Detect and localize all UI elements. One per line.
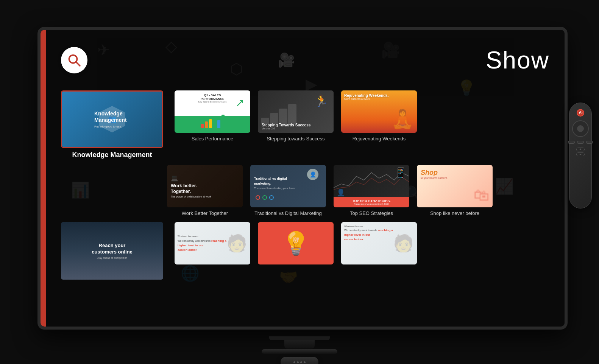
list-item[interactable]: Reach yourcustomers online Stay ahead of… bbox=[61, 222, 163, 280]
item-label-top-seo-strategies: Top SEO Strategies bbox=[350, 210, 393, 216]
search-button[interactable] bbox=[61, 47, 87, 73]
remote-btn[interactable] bbox=[586, 141, 593, 144]
person-icon: 👤 bbox=[337, 188, 345, 197]
seo-badge-sub: Future proof you content with SEO bbox=[337, 203, 406, 205]
remote-extra-buttons bbox=[568, 141, 593, 144]
steps-text: Stepping Towards Success Version 2.0 bbox=[262, 123, 310, 130]
thumbnail-stepping-towards-success[interactable]: 🏃 Stepping Towards Success Version 2.0 bbox=[258, 90, 334, 133]
content-grid: 👥 KnowledgeManagement Put info good to u… bbox=[46, 90, 565, 327]
remote-dpad-center[interactable] bbox=[577, 125, 584, 132]
thumbnail-shop[interactable]: Shop to your heart's content. 🛍 bbox=[417, 165, 493, 207]
career-person-icon-2: 🧑 bbox=[393, 233, 414, 253]
item-label-rejuvenating-weekends: Rejuvenating Weekends bbox=[353, 136, 406, 142]
item-label-work-better-together: Work Better Together bbox=[182, 210, 228, 216]
stb-dot bbox=[300, 361, 302, 363]
career-person-icon: 🧑 bbox=[226, 233, 247, 253]
list-item[interactable]: 🏃 Stepping Towards Success Version 2.0 S… bbox=[258, 90, 334, 142]
page-title: Show bbox=[486, 46, 549, 74]
svg-line-1 bbox=[76, 62, 80, 66]
arms-wide-person-icon: 🧘 bbox=[391, 109, 414, 130]
thumbnail-red-bulb[interactable]: 💡 bbox=[258, 222, 334, 264]
content-row-2: 💻 Work better.Together. The power of col… bbox=[167, 165, 553, 216]
seo-badge: TOP SEO STRATEGIES. Future proof you con… bbox=[334, 197, 409, 207]
item-label-sales-performance: Sales Performance bbox=[192, 136, 234, 142]
thumbnail-career-1[interactable]: 🧑 Whatever the case... We constantly wor… bbox=[175, 222, 250, 264]
thumbnail-rejuvenating-weekends[interactable]: Rejuvenating Weekends. More success at w… bbox=[341, 90, 417, 133]
list-item[interactable]: 📱 👤 TOP SEO STRATEGIES. Future proof you… bbox=[334, 165, 409, 216]
left-accent-bar bbox=[41, 30, 46, 327]
remote-volume-buttons: + − bbox=[576, 148, 585, 156]
reach-text: Reach yourcustomers online Stay ahead of… bbox=[61, 222, 163, 280]
search-icon bbox=[67, 53, 81, 67]
remote-btn[interactable] bbox=[577, 141, 584, 144]
item-label-stepping-towards-success: Stepping towards Success bbox=[267, 136, 324, 142]
remote-dpad[interactable] bbox=[572, 120, 589, 137]
item-label-knowledge-management: Knowledge Management bbox=[72, 151, 152, 159]
seo-badge-title: TOP SEO STRATEGIES. bbox=[337, 199, 406, 203]
item-label-traditional-digital: Traditional vs Digital Marketing bbox=[254, 210, 321, 216]
shopping-bag-icon: 🛍 bbox=[474, 186, 490, 204]
video-camera-icon: 🎥 bbox=[278, 52, 295, 68]
list-item[interactable]: Shop to your heart's content. 🛍 Shop lik… bbox=[417, 165, 493, 216]
thumbnail-reach-customers[interactable]: Reach yourcustomers online Stay ahead of… bbox=[61, 222, 163, 280]
header: 🎥 Show bbox=[46, 30, 565, 90]
list-item[interactable]: 🧑 Whatever the case... We constantly wor… bbox=[175, 222, 250, 264]
hand-phone-icon: 📱 bbox=[394, 167, 407, 179]
list-item[interactable]: 👥 KnowledgeManagement Put info good to u… bbox=[61, 90, 163, 159]
stb-dot bbox=[293, 361, 295, 363]
tv-frame: ✈ ◇ ⬡ ▶ 🎥 💡 ⬆ 📊 💬 🎬 🔍 📈 🌐 🤝 bbox=[37, 27, 568, 330]
stb-dot bbox=[297, 361, 299, 363]
remote-control: ⏻ + − bbox=[569, 103, 592, 208]
remote-vol-down[interactable]: − bbox=[576, 152, 585, 156]
screen: ✈ ◇ ⬡ ▶ 🎥 💡 ⬆ 📊 💬 🎬 🔍 📈 🌐 🤝 bbox=[41, 30, 565, 327]
thumb-sub-km: Put info good to use. bbox=[94, 124, 127, 128]
sales-arrow-icon: ↗ bbox=[236, 96, 244, 109]
list-item[interactable]: 💡 bbox=[258, 222, 334, 264]
work-text: 💻 Work better.Together. The power of col… bbox=[167, 165, 243, 207]
content-row-3: Reach yourcustomers online Stay ahead of… bbox=[61, 222, 553, 280]
thumbnail-knowledge-management[interactable]: 👥 KnowledgeManagement Put info good to u… bbox=[61, 90, 163, 148]
content-row-1: 👥 KnowledgeManagement Put info good to u… bbox=[61, 90, 553, 159]
career-text-1: Whatever the case... We constantly work … bbox=[175, 232, 229, 255]
remote-power-button[interactable]: ⏻ bbox=[577, 109, 584, 117]
lightbulb-icon: 💡 bbox=[282, 230, 310, 257]
thumbnail-sales-performance[interactable]: Q1 - SALES PERFORMANCE Key Tips to boost… bbox=[175, 90, 250, 133]
list-item[interactable]: Q1 - SALES PERFORMANCE Key Tips to boost… bbox=[175, 90, 250, 142]
thumbnail-career-2[interactable]: 🧑 Whatever the case... We constantly wor… bbox=[341, 222, 417, 264]
list-item[interactable]: 💻 Work better.Together. The power of col… bbox=[167, 165, 243, 216]
rejuv-text: Rejuvenating Weekends. More success at w… bbox=[344, 93, 414, 100]
thumbnail-top-seo-strategies[interactable]: 📱 👤 TOP SEO STRATEGIES. Future proof you… bbox=[334, 165, 409, 207]
thumb-title-km: KnowledgeManagement bbox=[94, 110, 127, 123]
trad-circles bbox=[256, 195, 274, 200]
trad-text: Traditional vs digitalmarketing. The sec… bbox=[254, 176, 311, 190]
running-person-icon: 🏃 bbox=[314, 94, 328, 107]
tv-base bbox=[269, 336, 330, 340]
thumbnail-traditional-digital[interactable]: 👤 Traditional vs digitalmarketing. The s… bbox=[250, 165, 326, 207]
list-item[interactable]: 👤 Traditional vs digitalmarketing. The s… bbox=[250, 165, 326, 216]
list-item[interactable]: Rejuvenating Weekends. More success at w… bbox=[341, 90, 417, 142]
sales-title-text: Q1 - SALES PERFORMANCE Key Tips to boost… bbox=[198, 93, 226, 103]
item-label-shop: Shop like never before bbox=[430, 210, 479, 216]
remote-btn-row-1 bbox=[568, 141, 593, 144]
shop-text: Shop to your heart's content. bbox=[421, 169, 448, 179]
sales-chart bbox=[175, 113, 250, 128]
set-top-box bbox=[281, 357, 318, 364]
stair-steps bbox=[261, 104, 296, 124]
thumbnail-work-better-together[interactable]: 💻 Work better.Together. The power of col… bbox=[167, 165, 243, 207]
remote-vol-up[interactable]: + bbox=[576, 148, 585, 151]
stb-dot bbox=[304, 361, 306, 363]
tv-stand-foot bbox=[262, 349, 337, 354]
list-item[interactable]: 🧑 Whatever the case... We constantly wor… bbox=[341, 222, 417, 264]
remote-btn[interactable] bbox=[568, 141, 575, 144]
